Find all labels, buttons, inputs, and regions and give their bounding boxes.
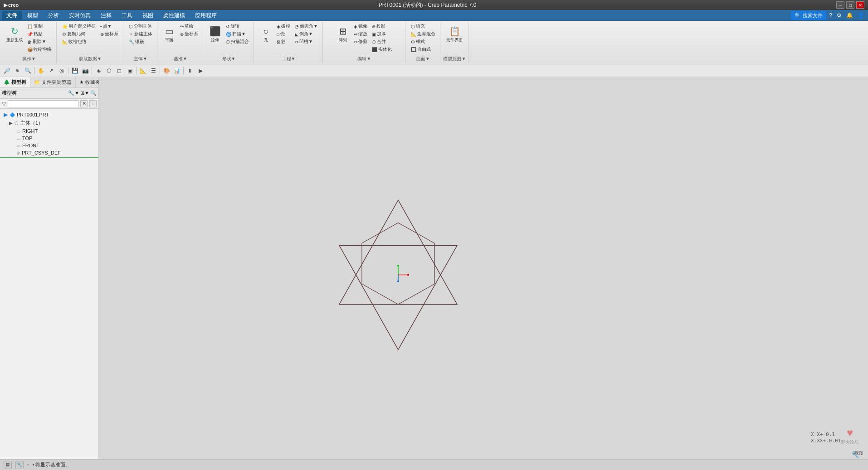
filter-add-btn[interactable]: + bbox=[89, 100, 97, 107]
menu-item-annotation[interactable]: 注释 bbox=[96, 11, 116, 20]
tree-item-csys[interactable]: ⊕ PRT_CSYS_DEF bbox=[0, 149, 98, 156]
ribbon-btn-paste[interactable]: 📌粘贴 bbox=[25, 30, 54, 38]
ribbon-btn-new-body[interactable]: ＋新建主体 bbox=[127, 30, 154, 38]
ribbon-btn-boundary-blend[interactable]: 📐边界混合 bbox=[409, 30, 437, 38]
ribbon-btn-csys2[interactable]: ⊕坐标系 bbox=[178, 30, 200, 38]
ribbon-btn-shell[interactable]: □壳 bbox=[275, 30, 292, 38]
ribbon-group-datum: ▭ 平面 ✏草绘 ⊕坐标系 基准▼ bbox=[158, 22, 203, 63]
vt-select[interactable]: ↗ bbox=[46, 66, 56, 76]
ribbon-btn-trim[interactable]: ✂修剪 bbox=[352, 38, 369, 45]
menu-item-flexible[interactable]: 柔性建模 bbox=[159, 11, 190, 20]
ribbon-btn-merge[interactable]: ⬡合并 bbox=[370, 38, 394, 45]
tree-columns-btn[interactable]: ⊞▼ bbox=[80, 90, 89, 96]
ribbon-btn-project[interactable]: ⊕投影 bbox=[370, 23, 394, 30]
user-icon[interactable]: 👤 bbox=[856, 12, 866, 19]
ribbon-group-body: ⬡分割主体 ＋新建主体 🔧镶嵌 主体▼ bbox=[124, 22, 157, 63]
ribbon-btn-chamfer[interactable]: ◣倒角▼ bbox=[293, 30, 320, 38]
vt-play[interactable]: ▶ bbox=[195, 66, 205, 76]
filter-clear-btn[interactable]: ✕ bbox=[80, 100, 88, 107]
vt-pause[interactable]: ⏸ bbox=[185, 66, 195, 76]
status-separator: • bbox=[27, 462, 29, 467]
ribbon-btn-notch[interactable]: ✂凹槽▼ bbox=[293, 38, 320, 45]
tree-search-btn[interactable]: 🔍 bbox=[90, 90, 97, 96]
ribbon-btn-component-interface[interactable]: 📋 元件界面 bbox=[444, 23, 464, 45]
ribbon-btn-regenerate[interactable]: ↻ 重新生成 bbox=[5, 23, 24, 45]
vt-save-view[interactable]: 💾 bbox=[70, 66, 80, 76]
notification-icon[interactable]: 🔔 bbox=[844, 12, 855, 19]
ribbon-btn-mirror[interactable]: ◈镜像 bbox=[352, 23, 369, 30]
sidebar-tab-model-tree[interactable]: 🌲 模型树 bbox=[0, 77, 30, 87]
vt-wireframe[interactable]: ⬡ bbox=[104, 66, 114, 76]
ribbon-btn-thicken[interactable]: ▣加厚 bbox=[370, 30, 394, 38]
status-icon-1[interactable]: 🖥 bbox=[4, 461, 12, 469]
ribbon-btn-shrink2[interactable]: 📐收缩包络 bbox=[60, 38, 98, 45]
ribbon-btn-array[interactable]: ⊞ 阵列 bbox=[335, 23, 351, 45]
vt-perspective[interactable]: 📐 bbox=[138, 66, 148, 76]
ribbon-btn-copy[interactable]: 📋复制 bbox=[25, 23, 54, 30]
minimize-button[interactable]: ─ bbox=[836, 1, 844, 9]
search-file-button[interactable]: 🔍 搜索文件 bbox=[791, 11, 826, 20]
menu-item-simulation[interactable]: 实时仿真 bbox=[64, 11, 95, 20]
ribbon-btn-rib[interactable]: ⊠筋 bbox=[275, 38, 292, 45]
tree-item-top[interactable]: ▭ TOP bbox=[0, 135, 98, 142]
status-icon-2[interactable]: 🔧 bbox=[15, 461, 24, 469]
tree-item-right[interactable]: ▭ RIGHT bbox=[0, 127, 98, 135]
ribbon-btn-freeform[interactable]: 🔲自由式 bbox=[409, 46, 437, 53]
ribbon-btn-sketch[interactable]: ✏草绘 bbox=[178, 23, 200, 30]
vt-zoom-out[interactable]: 🔎 bbox=[2, 66, 12, 76]
ribbon-btn-shrink[interactable]: 📦收缩包络 bbox=[25, 46, 54, 53]
menu-item-model[interactable]: 模型 bbox=[23, 11, 43, 20]
settings-icon[interactable]: ⚙ bbox=[835, 12, 844, 19]
ribbon-btn-draft[interactable]: ◈拔模 bbox=[275, 23, 292, 30]
close-button[interactable]: ✕ bbox=[856, 1, 864, 9]
statusbar-btn[interactable]: 🔧 bbox=[851, 451, 859, 458]
ribbon-btn-inlay[interactable]: 🔧镶嵌 bbox=[127, 38, 154, 45]
copy-geom-icon: ⚙ bbox=[62, 32, 66, 37]
ribbon-btn-copy-geom[interactable]: ⚙复制几何 bbox=[60, 30, 98, 38]
help-icon[interactable]: ? bbox=[827, 12, 834, 19]
vt-orbit[interactable]: ◎ bbox=[57, 66, 67, 76]
vt-capture[interactable]: 📷 bbox=[80, 66, 90, 76]
ribbon-btn-hole[interactable]: ○ 孔 bbox=[258, 23, 274, 45]
ribbon-btn-round[interactable]: ◔倒圆角▼ bbox=[293, 23, 320, 30]
vt-appearance[interactable]: 🎨 bbox=[161, 66, 171, 76]
menu-item-file[interactable]: 文件 bbox=[2, 11, 22, 20]
tree-item-body[interactable]: ▶ ⬡ 主体（1） bbox=[0, 119, 98, 127]
ribbon-btn-csys[interactable]: ⊕坐标系 bbox=[98, 30, 120, 38]
vt-shading[interactable]: ◈ bbox=[93, 66, 103, 76]
menu-item-apps[interactable]: 应用程序 bbox=[190, 11, 221, 20]
vt-hidden[interactable]: ▣ bbox=[125, 66, 135, 76]
ribbon-btn-sweep[interactable]: 🌀扫描▼ bbox=[224, 30, 251, 38]
menu-item-analysis[interactable]: 分析 bbox=[44, 11, 63, 20]
sidebar-tab-file-browser[interactable]: 📁 文件夹浏览器 bbox=[30, 77, 76, 87]
viewport[interactable]: X X+-0.1 X.XX+-0.01 ♥ 野火论坛 视图 bbox=[99, 77, 868, 459]
tree-item-prt0001[interactable]: ▶ 🔷 PRT0001.PRT bbox=[0, 111, 98, 119]
ribbon-btn-plane[interactable]: ▭ 平面 bbox=[161, 23, 177, 45]
ribbon-btn-point[interactable]: •点▼ bbox=[98, 23, 120, 30]
point-icon: • bbox=[100, 24, 102, 29]
ribbon-btn-solidify[interactable]: ⬛实体化 bbox=[370, 46, 394, 53]
ribbon-btn-split-body[interactable]: ⬡分割主体 bbox=[127, 23, 154, 30]
vt-zoom-in[interactable]: 🔍 bbox=[23, 66, 33, 76]
ribbon-btn-udf[interactable]: ⭐用户定义特征 bbox=[60, 23, 98, 30]
ribbon-btn-revolve[interactable]: ↺旋转 bbox=[224, 23, 251, 30]
restore-button[interactable]: □ bbox=[846, 1, 854, 9]
vt-zoom-area[interactable]: ⊕ bbox=[12, 66, 22, 76]
vt-pan[interactable]: ✋ bbox=[36, 66, 46, 76]
menu-item-view[interactable]: 视图 bbox=[138, 11, 158, 20]
filter-input[interactable] bbox=[8, 100, 78, 107]
tree-item-front[interactable]: ▭ FRONT bbox=[0, 142, 98, 149]
tree-settings-btn[interactable]: 🔧▼ bbox=[68, 90, 79, 96]
vt-analysis[interactable]: 📊 bbox=[172, 66, 182, 76]
body-icon: ⬡ bbox=[15, 121, 19, 126]
ribbon-btn-scale[interactable]: ⇔缩放 bbox=[352, 30, 369, 38]
tree-toolbar-label: 模型树 bbox=[2, 90, 67, 97]
vt-no-hidden[interactable]: ◻ bbox=[114, 66, 124, 76]
ribbon-btn-style[interactable]: ⚙样式 bbox=[409, 38, 437, 45]
ribbon-btn-delete[interactable]: 🗑删除▼ bbox=[25, 38, 54, 45]
ribbon-btn-sweep-blend[interactable]: ⬡扫描混合 bbox=[224, 38, 251, 45]
ribbon-btn-extrude[interactable]: ⬛ 拉伸 bbox=[207, 23, 223, 45]
vt-datum-display[interactable]: ☰ bbox=[148, 66, 158, 76]
menu-item-tools[interactable]: 工具 bbox=[117, 11, 137, 20]
ribbon-btn-fill[interactable]: ⬡填充 bbox=[409, 23, 437, 30]
